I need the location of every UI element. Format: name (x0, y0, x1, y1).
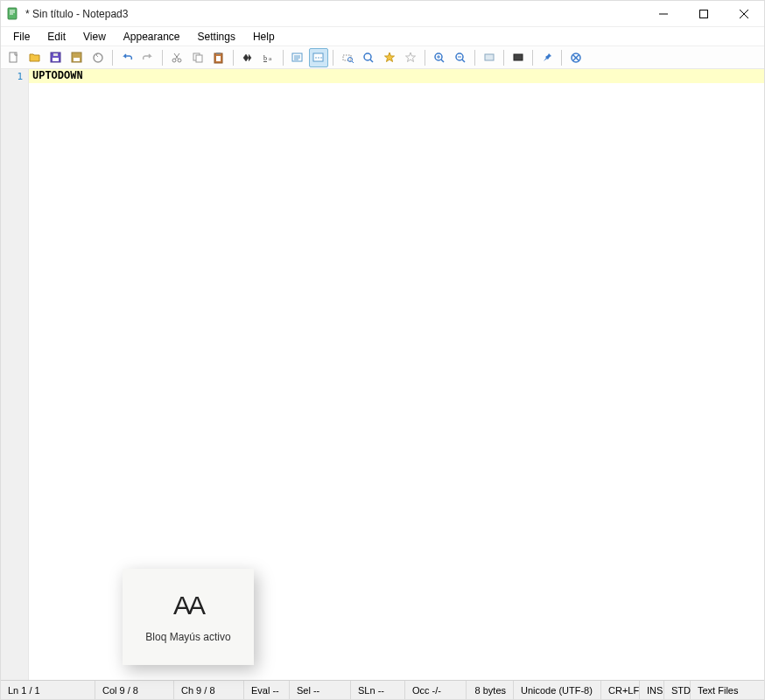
titlebar: * Sin título - Notepad3 (1, 1, 764, 27)
status-line[interactable]: Ln 1 / 1 (1, 681, 95, 699)
svg-line-32 (441, 60, 444, 62)
word-wrap-button[interactable] (288, 48, 307, 67)
status-std[interactable]: STD (664, 681, 691, 699)
svg-line-30 (370, 60, 373, 62)
open-folder-button[interactable] (25, 48, 45, 67)
zoom-fit-button[interactable] (359, 48, 378, 67)
zoom-out-button[interactable] (451, 48, 470, 67)
svg-rect-2 (700, 10, 708, 18)
save-as-button[interactable] (67, 48, 87, 67)
revert-button[interactable] (88, 48, 108, 67)
svg-line-36 (462, 60, 465, 62)
menu-edit[interactable]: Edit (39, 29, 74, 45)
toolbar: ba (1, 46, 764, 69)
cut-button[interactable] (167, 48, 186, 67)
svg-point-25 (320, 57, 322, 59)
close-button[interactable] (724, 1, 764, 27)
toolbar-separator (233, 50, 234, 66)
status-filetype[interactable]: Text Files (691, 681, 745, 699)
svg-point-24 (318, 57, 319, 59)
undo-button[interactable] (117, 48, 137, 67)
toolbar-separator (283, 50, 284, 66)
save-button[interactable] (46, 48, 66, 67)
svg-line-28 (352, 61, 354, 63)
redo-button[interactable] (138, 48, 158, 67)
menubar: File Edit View Appearance Settings Help (1, 27, 764, 46)
svg-text:b: b (263, 54, 267, 62)
status-char[interactable]: Ch 9 / 8 (174, 681, 244, 699)
toolbar-separator (112, 50, 113, 66)
status-selection[interactable]: Sel -- (290, 681, 351, 699)
svg-point-29 (364, 53, 371, 60)
schemes-button[interactable] (480, 48, 499, 67)
maximize-button[interactable] (684, 1, 724, 27)
menu-help[interactable]: Help (244, 29, 284, 45)
menu-settings[interactable]: Settings (189, 29, 244, 45)
show-whitespace-button[interactable] (309, 48, 328, 67)
menu-view[interactable]: View (74, 29, 115, 45)
app-icon (6, 7, 20, 21)
svg-rect-38 (485, 54, 494, 60)
line-number-gutter: 1 (1, 69, 29, 680)
toolbar-separator (474, 50, 475, 66)
pin-button[interactable] (537, 48, 557, 67)
menu-appearance[interactable]: Appearance (115, 29, 189, 45)
svg-rect-10 (74, 58, 80, 61)
caps-lock-icon: AA (173, 591, 203, 620)
exit-button[interactable] (566, 48, 586, 67)
svg-rect-39 (514, 54, 523, 60)
svg-point-27 (348, 57, 353, 61)
minimize-button[interactable] (643, 1, 684, 27)
svg-text:a: a (269, 55, 272, 62)
svg-rect-18 (216, 56, 221, 61)
line-number: 1 (1, 70, 28, 84)
statusbar: Ln 1 / 1 Col 9 / 8 Ch 9 / 8 Eval -- Sel … (1, 680, 764, 699)
status-eol[interactable]: CR+LF (601, 681, 640, 699)
editor-text: UPTODOWN (32, 70, 83, 82)
svg-point-23 (315, 57, 317, 59)
new-file-button[interactable] (4, 48, 24, 67)
status-encoding[interactable]: Unicode (UTF-8) (514, 681, 601, 699)
paste-button[interactable] (209, 48, 228, 67)
svg-rect-7 (53, 58, 59, 61)
toolbar-separator (503, 50, 504, 66)
menu-file[interactable]: File (4, 29, 39, 45)
window-controls (643, 1, 764, 27)
status-eval[interactable]: Eval -- (244, 681, 290, 699)
svg-rect-8 (53, 53, 58, 56)
editor-line[interactable]: UPTODOWN (29, 69, 764, 83)
toolbar-separator (561, 50, 562, 66)
editor-area[interactable]: 1 UPTODOWN (1, 69, 764, 680)
toolbar-separator (425, 50, 425, 66)
toolbar-separator (333, 50, 333, 66)
svg-point-11 (94, 53, 102, 62)
status-column[interactable]: Col 9 / 8 (95, 681, 174, 699)
caps-lock-popup: AA Bloq Mayús activo (123, 569, 254, 665)
status-insert-mode[interactable]: INS (640, 681, 664, 699)
copy-button[interactable] (188, 48, 207, 67)
app-window: * Sin título - Notepad3 File Edit View A… (0, 0, 765, 700)
caps-lock-label: Bloq Mayús activo (145, 631, 230, 643)
status-selection-lines[interactable]: SLn -- (351, 681, 405, 699)
zoom-in-button[interactable] (430, 48, 449, 67)
config-button[interactable] (509, 48, 528, 67)
find-button[interactable] (238, 48, 257, 67)
svg-rect-5 (10, 52, 17, 62)
status-occurrences[interactable]: Occ -/- (405, 681, 467, 699)
svg-rect-17 (216, 52, 221, 54)
svg-rect-15 (196, 55, 202, 62)
toolbar-separator (532, 50, 533, 66)
status-bytes[interactable]: 8 bytes (467, 681, 514, 699)
replace-button[interactable]: ba (259, 48, 278, 67)
zoom-selection-button[interactable] (338, 48, 357, 67)
add-favorite-button[interactable] (401, 48, 420, 67)
toolbar-separator (162, 50, 163, 66)
window-title: * Sin título - Notepad3 (25, 8, 643, 20)
favorite-button[interactable] (380, 48, 399, 67)
